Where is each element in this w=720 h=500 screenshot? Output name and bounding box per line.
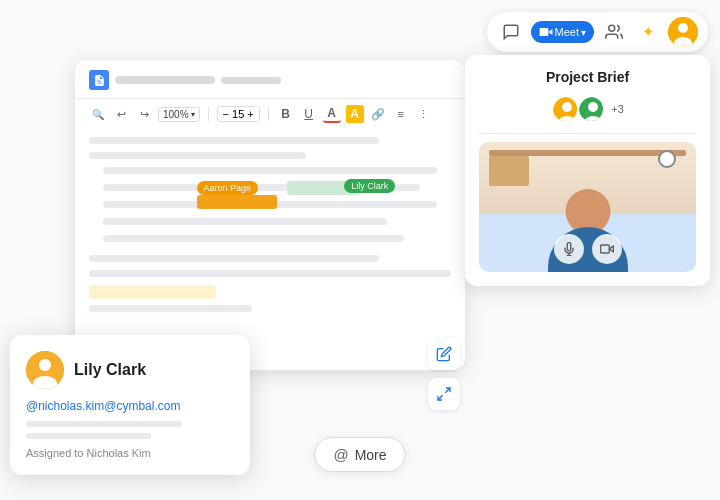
- font-size-control[interactable]: − 15 +: [217, 106, 260, 122]
- project-avatars-row: +3: [479, 95, 696, 123]
- lily-clark-bar: Lily Clark: [287, 167, 360, 195]
- contact-card: Lily Clark @nicholas.kim@cymbal.com Assi…: [10, 335, 250, 475]
- docs-card: 🔍 ↩ ↪ 100% ▾ − 15 + B U A A 🔗 ≡ ⋮: [75, 60, 465, 370]
- doc-title-bar: [115, 76, 215, 84]
- user-avatar[interactable]: [668, 17, 698, 47]
- avatar-count: +3: [611, 103, 624, 115]
- mic-button[interactable]: [554, 234, 584, 264]
- more-label: More: [355, 447, 387, 463]
- chat-icon[interactable]: [497, 18, 525, 46]
- video-toggle-button[interactable]: [592, 234, 622, 264]
- underline-button[interactable]: U: [300, 105, 318, 123]
- video-feed[interactable]: [479, 142, 696, 272]
- svg-line-16: [445, 388, 450, 393]
- contact-email[interactable]: @nicholas.kim@cymbal.com: [26, 399, 234, 413]
- svg-point-10: [588, 102, 598, 112]
- content-line-5: [89, 305, 252, 312]
- meet-button[interactable]: Meet ▾: [531, 21, 594, 43]
- content-line-3: [89, 255, 379, 262]
- contact-info-line-2: [26, 433, 151, 439]
- lily-clark-tag: Lily Clark: [344, 179, 395, 193]
- docs-top-bar: [75, 70, 465, 99]
- people-icon[interactable]: [600, 18, 628, 46]
- svg-point-2: [609, 25, 615, 31]
- svg-marker-0: [548, 29, 552, 35]
- svg-point-7: [562, 102, 572, 112]
- zoom-value: 100%: [163, 109, 189, 120]
- contact-name: Lily Clark: [74, 361, 146, 379]
- kitchen-cabinet: [489, 156, 529, 186]
- top-toolbar: Meet ▾ ✦: [487, 12, 708, 52]
- font-size: 15: [232, 108, 244, 120]
- bold-button[interactable]: B: [277, 105, 295, 123]
- link-button[interactable]: 🔗: [369, 105, 387, 123]
- avatar-2: [577, 95, 605, 123]
- expand-icon-button[interactable]: [428, 378, 460, 410]
- docs-format-toolbar: 🔍 ↩ ↪ 100% ▾ − 15 + B U A A 🔗 ≡ ⋮: [75, 99, 465, 129]
- doc-subtitle-bar: [221, 77, 281, 84]
- edit-icon-button[interactable]: [428, 338, 460, 370]
- docs-logo: [89, 70, 109, 90]
- content-line-4: [89, 270, 451, 277]
- svg-point-4: [678, 23, 688, 33]
- toolbar-sep-2: [268, 107, 269, 121]
- svg-point-19: [39, 359, 51, 371]
- sparkle-icon[interactable]: ✦: [634, 18, 662, 46]
- contact-avatar: [26, 351, 64, 389]
- more-button[interactable]: @ More: [314, 437, 405, 472]
- content-line-2: [89, 152, 306, 159]
- highlight-bar: [89, 285, 216, 299]
- undo-icon[interactable]: ↩: [112, 105, 130, 123]
- side-action-icons: [428, 338, 460, 410]
- wall-clock: [658, 150, 676, 168]
- content-line-1: [89, 137, 379, 144]
- zoom-control[interactable]: 100% ▾: [158, 107, 200, 122]
- highlight-button[interactable]: A: [346, 105, 364, 123]
- zoom-chevron: ▾: [191, 110, 195, 119]
- aaron-page-bar: Aaron Page: [197, 195, 277, 209]
- svg-line-17: [438, 395, 443, 400]
- meet-label: Meet: [555, 26, 579, 38]
- video-controls: [554, 234, 622, 264]
- more-options-button[interactable]: ⋮: [415, 105, 433, 123]
- aaron-page-tag: Aaron Page: [197, 181, 259, 195]
- contact-info-line-1: [26, 421, 182, 427]
- toolbar-separator: [208, 107, 209, 121]
- meet-chevron[interactable]: ▾: [581, 27, 586, 38]
- svg-rect-15: [600, 245, 609, 253]
- redo-icon[interactable]: ↪: [135, 105, 153, 123]
- project-brief-title: Project Brief: [479, 69, 696, 85]
- gantt-chart: Lily Clark Aaron Page: [103, 167, 437, 247]
- docs-content-area: Lily Clark Aaron Page: [75, 129, 465, 328]
- font-color-button[interactable]: A: [323, 105, 341, 123]
- contact-header: Lily Clark: [26, 351, 234, 389]
- project-brief-card: Project Brief +3: [465, 55, 710, 286]
- contact-assigned-label: Assigned to Nicholas Kim: [26, 447, 234, 459]
- avatar-1: [551, 95, 579, 123]
- card-divider: [479, 133, 696, 134]
- at-symbol: @: [333, 446, 348, 463]
- svg-rect-1: [539, 28, 548, 36]
- search-icon[interactable]: 🔍: [89, 105, 107, 123]
- list-button[interactable]: ≡: [392, 105, 410, 123]
